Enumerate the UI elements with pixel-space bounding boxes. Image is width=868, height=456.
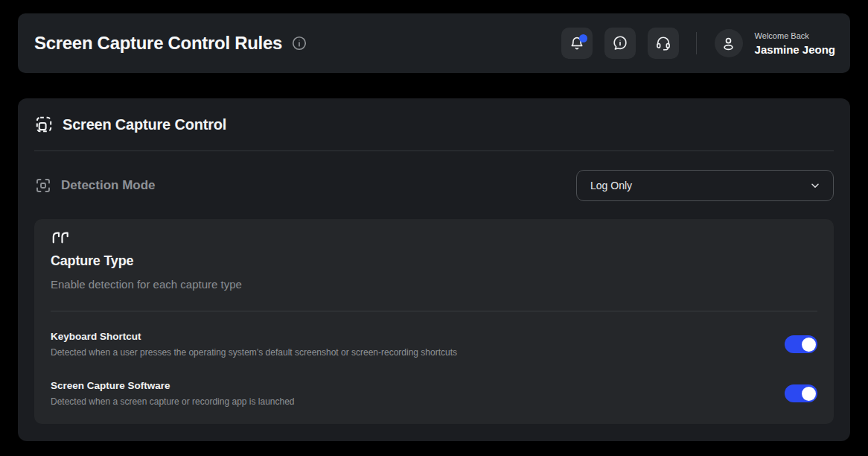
detection-mode-row: Detection Mode Log Only — [34, 151, 834, 201]
headset-icon — [655, 35, 671, 51]
avatar[interactable] — [715, 29, 743, 57]
row-description: Detected when a screen capture or record… — [51, 396, 295, 407]
chevron-down-icon — [809, 180, 821, 191]
header-divider — [696, 32, 697, 54]
info-circle-icon[interactable] — [291, 35, 307, 51]
notifications-button[interactable] — [561, 28, 593, 59]
scan-icon — [34, 177, 52, 194]
section-title: Screen Capture Control — [63, 116, 226, 133]
support-button[interactable] — [648, 28, 679, 59]
header-actions: Welcome Back Jasmine Jeong — [549, 28, 835, 59]
capture-row-keyboard-shortcut: Keyboard Shortcut Detected when a user p… — [51, 311, 817, 358]
row-text: Screen Capture Software Detected when a … — [51, 380, 295, 407]
screen-capture-software-toggle[interactable] — [785, 384, 817, 402]
row-title: Keyboard Shortcut — [51, 331, 457, 342]
chat-info-icon — [612, 35, 628, 51]
dropdown-selected-value: Log Only — [590, 180, 632, 191]
person-icon — [720, 35, 737, 52]
quote-icon — [51, 219, 817, 244]
card-subtitle: Enable detection for each capture type — [51, 278, 817, 291]
detection-mode-dropdown[interactable]: Log Only — [576, 170, 834, 201]
row-text: Keyboard Shortcut Detected when a user p… — [51, 331, 457, 358]
capture-type-card: Capture Type Enable detection for each c… — [34, 219, 834, 424]
toggle-knob — [802, 387, 816, 401]
detection-mode-label: Detection Mode — [61, 178, 156, 193]
detection-mode-left: Detection Mode — [34, 177, 156, 194]
screen-capture-icon — [34, 115, 54, 134]
help-button[interactable] — [604, 28, 636, 59]
user-text: Welcome Back Jasmine Jeong — [755, 31, 835, 56]
user-name: Jasmine Jeong — [755, 43, 835, 56]
header-bar: Screen Capture Control Rules — [18, 13, 850, 73]
card-title: Capture Type — [51, 253, 817, 269]
capture-row-screen-capture-software: Screen Capture Software Detected when a … — [51, 358, 817, 407]
toggle-knob — [802, 338, 816, 352]
main-panel: Screen Capture Control Detection Mode Lo… — [18, 98, 850, 441]
row-title: Screen Capture Software — [51, 380, 295, 391]
page-title: Screen Capture Control Rules — [34, 33, 282, 54]
greeting-label: Welcome Back — [755, 31, 835, 40]
notification-badge — [579, 34, 587, 42]
row-description: Detected when a user presses the operati… — [51, 347, 457, 358]
keyboard-shortcut-toggle[interactable] — [785, 335, 817, 353]
section-header: Screen Capture Control — [34, 98, 834, 151]
